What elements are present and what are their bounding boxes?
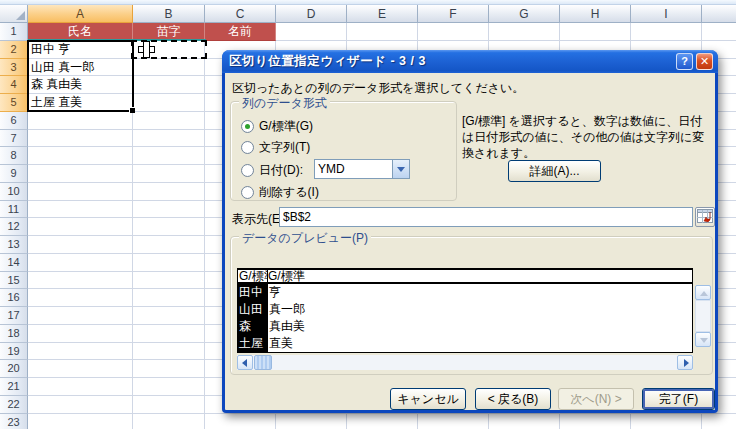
cell-1[interactable] <box>702 23 736 41</box>
vertical-scrollbar-track[interactable] <box>695 300 711 332</box>
cell-E23[interactable] <box>347 414 418 429</box>
row-header-13[interactable]: 13 <box>0 236 28 254</box>
cell-C23[interactable] <box>205 414 276 429</box>
cell-G1[interactable] <box>489 23 560 41</box>
scroll-left-icon[interactable] <box>237 355 253 370</box>
row-header-3[interactable]: 3 <box>0 59 28 77</box>
radio-option-skip[interactable]: 削除する(I) <box>241 184 319 200</box>
destination-input[interactable] <box>279 207 693 227</box>
scroll-up-icon[interactable] <box>695 285 711 300</box>
row-header-9[interactable]: 9 <box>0 165 28 183</box>
cell-G23[interactable] <box>489 414 560 429</box>
cell-H23[interactable] <box>560 414 631 429</box>
cell-A22[interactable] <box>28 396 133 414</box>
row-header-19[interactable]: 19 <box>0 343 28 361</box>
preview-cell[interactable]: 真一郎 <box>268 301 692 318</box>
scroll-down-icon[interactable] <box>695 332 711 347</box>
date-format-select[interactable]: YMD <box>314 159 410 179</box>
row-header-4[interactable]: 4 <box>0 76 28 94</box>
cell-A21[interactable] <box>28 378 133 396</box>
row-header-14[interactable]: 14 <box>0 254 28 272</box>
cell-I1[interactable] <box>631 23 702 41</box>
back-button[interactable]: < 戻る(B) <box>475 388 551 410</box>
advanced-button[interactable]: 詳細(A)... <box>508 160 601 182</box>
preview-cell[interactable]: 土屋 <box>238 335 268 352</box>
help-icon[interactable]: ? <box>676 53 693 70</box>
column-header-H[interactable]: H <box>560 5 631 23</box>
radio-icon[interactable] <box>241 164 254 177</box>
cell-A18[interactable] <box>28 325 133 343</box>
cell-B4[interactable] <box>133 76 205 94</box>
preview-col1-header[interactable]: G/標準 <box>238 270 268 282</box>
cell-B17[interactable] <box>133 307 205 325</box>
cell-A16[interactable] <box>28 289 133 307</box>
cell-D23[interactable] <box>276 414 347 429</box>
cell-F23[interactable] <box>418 414 489 429</box>
cell-B3[interactable] <box>133 59 205 77</box>
cell-B13[interactable] <box>133 236 205 254</box>
row-header-8[interactable]: 8 <box>0 147 28 165</box>
cell-B22[interactable] <box>133 396 205 414</box>
column-header-F[interactable]: F <box>418 5 489 23</box>
cell-A14[interactable] <box>28 254 133 272</box>
horizontal-scrollbar-thumb[interactable] <box>254 355 272 370</box>
cell-A15[interactable] <box>28 272 133 290</box>
cell-I23[interactable] <box>631 414 702 429</box>
column-header-E[interactable]: E <box>347 5 418 23</box>
cell-B19[interactable] <box>133 343 205 361</box>
cell-B6[interactable] <box>133 112 205 130</box>
row-header-17[interactable]: 17 <box>0 307 28 325</box>
cell-B21[interactable] <box>133 378 205 396</box>
preview-col2-header[interactable]: G/標準 <box>268 270 305 282</box>
row-header-7[interactable]: 7 <box>0 130 28 148</box>
column-header-C[interactable]: C <box>205 5 276 23</box>
cell-A23[interactable] <box>28 414 133 429</box>
cell-B8[interactable] <box>133 147 205 165</box>
row-header-21[interactable]: 21 <box>0 378 28 396</box>
finish-button[interactable]: 完了(F) <box>642 388 715 410</box>
row-header-2[interactable]: 2 <box>0 41 28 59</box>
column-header-G[interactable]: G <box>489 5 560 23</box>
radio-option-general[interactable]: G/標準(G) <box>241 118 313 134</box>
cell-A8[interactable] <box>28 147 133 165</box>
row-header-20[interactable]: 20 <box>0 360 28 378</box>
row-header-5[interactable]: 5 <box>0 94 28 112</box>
cell-B23[interactable] <box>133 414 205 429</box>
cell-H1[interactable] <box>560 23 631 41</box>
cell-B14[interactable] <box>133 254 205 272</box>
preview-cell[interactable]: 山田 <box>238 301 268 318</box>
row-header-22[interactable]: 22 <box>0 396 28 414</box>
cell-A6[interactable] <box>28 112 133 130</box>
row-header-1[interactable]: 1 <box>0 23 28 41</box>
row-header-6[interactable]: 6 <box>0 112 28 130</box>
row-header-10[interactable]: 10 <box>0 183 28 201</box>
cell-A19[interactable] <box>28 343 133 361</box>
radio-option-date[interactable]: 日付(D): YMD <box>241 162 303 178</box>
cell-D1[interactable] <box>276 23 347 41</box>
cancel-button[interactable]: キャンセル <box>390 388 466 410</box>
cell-A11[interactable] <box>28 201 133 219</box>
preview-cell[interactable]: 田中 <box>238 284 268 301</box>
cell-F1[interactable] <box>418 23 489 41</box>
radio-option-text[interactable]: 文字列(T) <box>241 139 310 155</box>
scroll-right-icon[interactable] <box>677 355 693 370</box>
column-header-A[interactable]: A <box>28 5 133 23</box>
column-header-D[interactable]: D <box>276 5 347 23</box>
cell-A12[interactable] <box>28 218 133 236</box>
cell-23[interactable] <box>702 414 736 429</box>
radio-icon[interactable] <box>241 141 254 154</box>
cell-B18[interactable] <box>133 325 205 343</box>
cell-A20[interactable] <box>28 360 133 378</box>
cell-E1[interactable] <box>347 23 418 41</box>
close-icon[interactable]: ✕ <box>696 53 713 70</box>
cell-B10[interactable] <box>133 183 205 201</box>
cell-A9[interactable] <box>28 165 133 183</box>
cell-A7[interactable] <box>28 130 133 148</box>
radio-icon[interactable] <box>241 186 254 199</box>
row-header-12[interactable]: 12 <box>0 218 28 236</box>
fill-handle[interactable] <box>129 107 135 113</box>
cell-B20[interactable] <box>133 360 205 378</box>
cell-B7[interactable] <box>133 130 205 148</box>
cell-A10[interactable] <box>28 183 133 201</box>
cell-B5[interactable] <box>133 94 205 112</box>
